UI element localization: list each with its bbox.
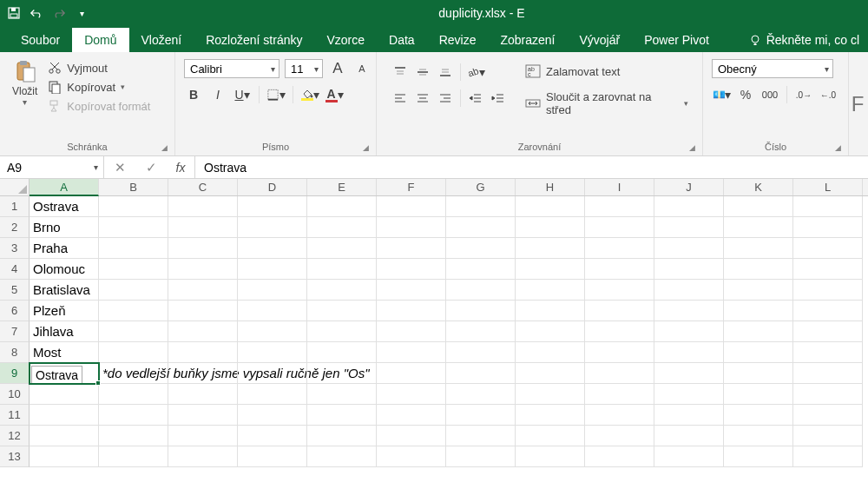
cell-D7[interactable] xyxy=(238,321,307,342)
cell-E1[interactable] xyxy=(307,196,377,217)
dialog-launcher-icon[interactable]: ◢ xyxy=(161,143,168,152)
cell-K7[interactable] xyxy=(724,321,793,342)
formula-input[interactable]: Ostrava xyxy=(195,156,868,178)
cell-I12[interactable] xyxy=(585,426,654,446)
column-header-C[interactable]: C xyxy=(168,179,238,195)
cell-C5[interactable] xyxy=(168,280,238,301)
cell-H10[interactable] xyxy=(516,384,585,405)
orientation-icon[interactable]: ab▾ xyxy=(466,63,485,82)
cell-K9[interactable] xyxy=(724,363,793,384)
copy-button[interactable]: Kopírovat ▾ xyxy=(48,80,150,94)
cell-C12[interactable] xyxy=(168,426,238,446)
cell-J8[interactable] xyxy=(654,342,724,363)
row-header-11[interactable]: 11 xyxy=(0,405,30,426)
cell-B11[interactable] xyxy=(99,405,168,426)
cell-B4[interactable] xyxy=(99,259,168,280)
font-name-combo[interactable]: Calibri xyxy=(184,59,279,78)
cell-A3[interactable]: Praha xyxy=(30,238,99,259)
cell-I8[interactable] xyxy=(585,342,654,363)
name-box[interactable]: A9 xyxy=(0,156,104,178)
column-header-J[interactable]: J xyxy=(654,179,724,195)
cell-H3[interactable] xyxy=(516,238,585,259)
cell-L2[interactable] xyxy=(793,217,863,238)
row-header-4[interactable]: 4 xyxy=(0,259,30,280)
fill-handle[interactable] xyxy=(95,380,101,386)
underline-button[interactable]: U▾ xyxy=(233,85,252,104)
cell-D8[interactable] xyxy=(238,342,307,363)
undo-icon[interactable] xyxy=(30,6,43,20)
cell-I5[interactable] xyxy=(585,280,654,301)
cell-G13[interactable] xyxy=(446,446,516,467)
cell-G8[interactable] xyxy=(446,342,516,363)
cell-A11[interactable] xyxy=(30,405,99,426)
cell-H4[interactable] xyxy=(516,259,585,280)
cell-L13[interactable] xyxy=(793,446,863,467)
select-all-corner[interactable] xyxy=(0,179,30,196)
cell-A10[interactable] xyxy=(30,384,99,405)
row-header-3[interactable]: 3 xyxy=(0,238,30,259)
cell-K11[interactable] xyxy=(724,405,793,426)
align-top-icon[interactable] xyxy=(391,63,410,82)
tab-home[interactable]: Domů xyxy=(72,28,128,52)
cell-F8[interactable] xyxy=(377,342,446,363)
percent-icon[interactable]: % xyxy=(736,85,755,104)
cell-K6[interactable] xyxy=(724,301,793,321)
align-middle-icon[interactable] xyxy=(413,63,432,82)
cell-D12[interactable] xyxy=(238,426,307,446)
cell-G5[interactable] xyxy=(446,280,516,301)
cell-J1[interactable] xyxy=(654,196,724,217)
row-header-8[interactable]: 8 xyxy=(0,342,30,363)
cell-J6[interactable] xyxy=(654,301,724,321)
format-painter-button[interactable]: Kopírovat formát xyxy=(48,99,150,113)
cell-B7[interactable] xyxy=(99,321,168,342)
cell-H12[interactable] xyxy=(516,426,585,446)
cell-E5[interactable] xyxy=(307,280,377,301)
cell-E10[interactable] xyxy=(307,384,377,405)
cell-A7[interactable]: Jihlava xyxy=(30,321,99,342)
borders-button[interactable]: ▾ xyxy=(266,85,286,104)
cell-D11[interactable] xyxy=(238,405,307,426)
cell-E2[interactable] xyxy=(307,217,377,238)
cell-L5[interactable] xyxy=(793,280,863,301)
cell-D5[interactable] xyxy=(238,280,307,301)
row-header-10[interactable]: 10 xyxy=(0,384,30,405)
fill-color-button[interactable]: ▾ xyxy=(300,85,319,104)
cell-H11[interactable] xyxy=(516,405,585,426)
tab-insert[interactable]: Vložení xyxy=(129,28,194,52)
font-size-combo[interactable]: 11 xyxy=(285,59,323,78)
column-header-F[interactable]: F xyxy=(377,179,446,195)
accounting-format-icon[interactable]: 💶▾ xyxy=(712,85,731,104)
cut-button[interactable]: Vyjmout xyxy=(48,61,150,75)
cell-L12[interactable] xyxy=(793,426,863,446)
decrease-indent-icon[interactable] xyxy=(466,89,485,108)
decrease-font-icon[interactable]: A xyxy=(352,59,372,78)
qat-customize-icon[interactable]: ▾ xyxy=(75,6,89,20)
cell-E11[interactable] xyxy=(307,405,377,426)
cell-E7[interactable] xyxy=(307,321,377,342)
cell-J3[interactable] xyxy=(654,238,724,259)
tab-data[interactable]: Data xyxy=(377,28,427,52)
wrap-text-button[interactable]: abc Zalamovat text xyxy=(525,64,688,78)
cell-G6[interactable] xyxy=(446,301,516,321)
row-header-1[interactable]: 1 xyxy=(0,196,30,217)
cell-K5[interactable] xyxy=(724,280,793,301)
row-header-6[interactable]: 6 xyxy=(0,301,30,321)
cell-H2[interactable] xyxy=(516,217,585,238)
cell-G4[interactable] xyxy=(446,259,516,280)
row-header-5[interactable]: 5 xyxy=(0,280,30,301)
font-color-button[interactable]: A▾ xyxy=(325,85,344,104)
cell-G11[interactable] xyxy=(446,405,516,426)
dialog-launcher-icon[interactable]: ◢ xyxy=(835,143,841,152)
cell-L3[interactable] xyxy=(793,238,863,259)
column-header-H[interactable]: H xyxy=(516,179,585,195)
cell-B6[interactable] xyxy=(99,301,168,321)
cell-F5[interactable] xyxy=(377,280,446,301)
tab-file[interactable]: Soubor xyxy=(9,28,72,52)
cell-B8[interactable] xyxy=(99,342,168,363)
dialog-launcher-icon[interactable]: ◢ xyxy=(689,143,695,152)
cell-A5[interactable]: Bratislava xyxy=(30,280,99,301)
cell-D13[interactable] xyxy=(238,446,307,467)
align-center-icon[interactable] xyxy=(413,89,432,108)
cell-C7[interactable] xyxy=(168,321,238,342)
cell-I4[interactable] xyxy=(585,259,654,280)
